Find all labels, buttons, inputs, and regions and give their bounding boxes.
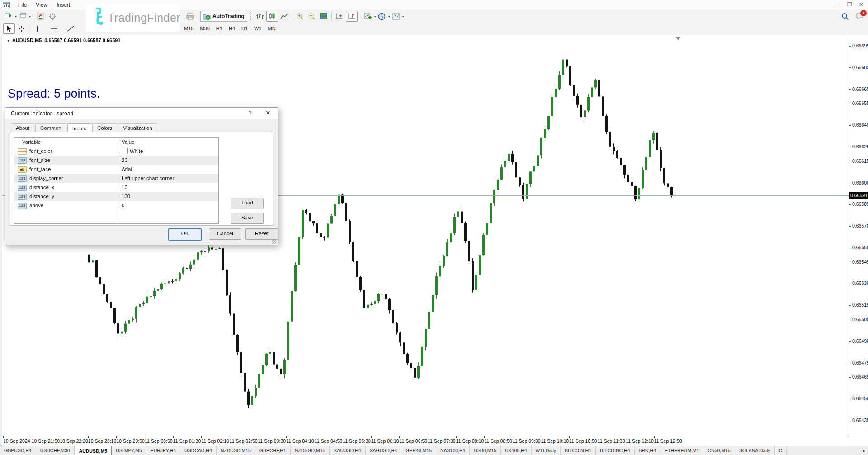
symbol-tab-uk100-h4[interactable]: UK100,H4: [501, 446, 531, 455]
autotrading-button[interactable]: AutoTrading: [200, 11, 248, 22]
tile-windows-button[interactable]: [318, 11, 329, 21]
symbol-tab-usdjpy-m5[interactable]: USDJPY,M5: [112, 446, 146, 455]
line-chart-type-button[interactable]: [279, 11, 290, 21]
timeframe-w1[interactable]: W1: [251, 25, 265, 32]
indicators-button[interactable]: [363, 11, 373, 21]
new-chart-caret[interactable]: ▾: [15, 14, 17, 19]
reset-button[interactable]: Reset: [245, 228, 278, 240]
symbol-tab-gbpchf-h1[interactable]: GBPCHF,H1: [255, 446, 291, 455]
templates-caret[interactable]: ▾: [402, 14, 404, 19]
candlestick-chart-type-button[interactable]: [266, 11, 278, 22]
symbol-tab-wti-daily[interactable]: WTI,Daily: [532, 446, 561, 455]
periods-button[interactable]: [377, 11, 387, 21]
symbol-tab-ethereum-m1[interactable]: ETHEREUM,M1: [660, 446, 703, 455]
symbol-tab-cn50-m15[interactable]: CN50,M15: [703, 446, 735, 455]
symbol-tab-usdchf-m30[interactable]: USDCHF,M30: [36, 446, 75, 455]
symbol-tab-bitcoin-h1[interactable]: BITCOIN,H1: [561, 446, 596, 455]
chart-shift-marker-icon[interactable]: [676, 37, 680, 40]
input-row-display_corner[interactable]: 123display_cornerLeft upper chart corner: [14, 174, 218, 183]
dialog-tab-common[interactable]: Common: [35, 123, 66, 132]
timeframe-h1[interactable]: H1: [213, 25, 226, 32]
save-button[interactable]: Save: [231, 213, 264, 224]
menu-file[interactable]: File: [14, 1, 31, 9]
new-order-icon[interactable]: [35, 11, 46, 21]
symbol-tab-xauusd-h4[interactable]: XAUUSD,H4: [330, 446, 365, 455]
restore-button[interactable]: ❐: [844, 0, 855, 9]
dialog-tab-colors[interactable]: Colors: [92, 123, 117, 132]
dialog-resize-grip[interactable]: [272, 239, 277, 244]
symbol-tab-bitcoinc-h4[interactable]: BITCOINC,H4: [596, 446, 635, 455]
print-button[interactable]: [185, 11, 196, 21]
minimize-button[interactable]: –: [832, 0, 844, 9]
indicators-caret[interactable]: ▾: [374, 14, 376, 19]
templates-button[interactable]: [391, 11, 401, 21]
symbol-tab-us30-m15[interactable]: US30,M15: [470, 446, 501, 455]
dialog-titlebar[interactable]: Custom Indicator - spread: [5, 108, 278, 119]
symbol-tab-audusd-m5[interactable]: AUDUSD,M5: [75, 446, 112, 455]
input-row-font_size[interactable]: 123font_size20: [14, 156, 218, 165]
timeframe-m30[interactable]: M30: [197, 25, 212, 32]
dialog-tab-about[interactable]: About: [11, 123, 34, 132]
variable-value[interactable]: 130: [122, 192, 130, 201]
symbol-tab-usdcad-h4[interactable]: USDCAD,H4: [180, 446, 217, 455]
input-row-font_face[interactable]: abfont_faceArial: [14, 165, 218, 174]
timeframe-h4[interactable]: H4: [226, 25, 238, 32]
timeframe-d1[interactable]: D1: [238, 25, 251, 32]
load-button[interactable]: Load: [231, 198, 264, 209]
variable-value[interactable]: White: [122, 147, 143, 156]
time-axis[interactable]: 10 Sep 202410 Sep 21:5010 Sep 22:3010 Se…: [2, 436, 849, 446]
input-row-above[interactable]: 123above0: [14, 201, 218, 210]
zoom-out-button[interactable]: [307, 11, 317, 21]
tabbar-scroll-right-button[interactable]: ▸: [860, 446, 868, 455]
input-row-font_color[interactable]: font_colorWhite: [14, 147, 218, 156]
cancel-button[interactable]: Cancel: [209, 228, 241, 240]
ok-button[interactable]: OK: [168, 228, 202, 241]
variable-value[interactable]: 0: [122, 201, 124, 210]
symbol-tab-solana-daily[interactable]: SOLANA,Daily: [735, 446, 775, 455]
close-button[interactable]: ✕: [855, 0, 867, 9]
symbol-tab-xagusd-h4[interactable]: XAGUSD,H4: [366, 446, 402, 455]
dialog-tab-inputs[interactable]: Inputs: [67, 123, 91, 133]
symbol-quote-line: ▼AUDUSD,M50.66587 0.66591 0.66587 0.6659…: [7, 38, 121, 43]
symbol-tab-ger40-m15[interactable]: GER40,M15: [401, 446, 436, 455]
menu-insert[interactable]: Insert: [52, 1, 75, 9]
notifications-icon[interactable]: 1: [855, 13, 863, 20]
profiles-button[interactable]: [17, 11, 28, 21]
symbol-tab-eurjpy-h4[interactable]: EURJPY,H4: [146, 446, 180, 455]
input-row-distance_x[interactable]: 123distance_x10: [14, 183, 218, 192]
timeframe-mn[interactable]: MN: [265, 25, 279, 32]
symbol-tab-c[interactable]: C: [775, 446, 787, 455]
horizontal-line-tool-button[interactable]: [48, 24, 59, 33]
dialog-tab-visualization[interactable]: Visualization: [118, 123, 157, 132]
variable-value[interactable]: Arial: [122, 165, 132, 174]
variable-value[interactable]: 20: [122, 156, 127, 165]
input-row-distance_y[interactable]: 123distance_y130: [14, 192, 218, 201]
dialog-help-button[interactable]: ?: [246, 109, 254, 116]
crosshair-cursor-button[interactable]: [16, 24, 27, 33]
variable-value[interactable]: Left upper chart corner: [122, 174, 174, 183]
auto-scroll-button[interactable]: [334, 11, 345, 21]
price-axis[interactable]: 0.666950.666800.666650.666550.666400.666…: [849, 35, 868, 436]
profiles-caret[interactable]: ▾: [29, 14, 31, 19]
periods-caret[interactable]: ▾: [388, 14, 390, 19]
symbol-tab-gbpusd-h4[interactable]: GBPUSD,H4: [0, 446, 36, 455]
cursor-tool-button[interactable]: [3, 23, 15, 34]
new-chart-button[interactable]: [3, 11, 14, 21]
chart-shift-button[interactable]: [346, 11, 358, 22]
crosshair-tool-icon[interactable]: [47, 11, 58, 21]
price-axis-label: 0.66615: [849, 158, 868, 164]
symbol-tab-nzdusd-m15[interactable]: NZDUSD,M15: [217, 446, 255, 455]
timeframe-m15[interactable]: M15: [181, 25, 197, 32]
zoom-in-button[interactable]: [295, 11, 306, 21]
symbol-tab-brn-h4[interactable]: BRN,H4: [635, 446, 661, 455]
symbol-tab-nas100-h1[interactable]: NAS100,H1: [436, 446, 470, 455]
dialog-close-icon[interactable]: ✕: [264, 109, 272, 116]
symbol-tab-nzdsgd-m15[interactable]: NZDSGD,M15: [291, 446, 330, 455]
menu-view[interactable]: View: [31, 1, 52, 9]
variable-value[interactable]: 10: [122, 183, 127, 192]
bar-chart-type-button[interactable]: [255, 11, 265, 21]
collapse-quote-icon[interactable]: ▼: [7, 39, 10, 43]
vertical-line-tool-button[interactable]: [32, 24, 42, 33]
search-icon[interactable]: [841, 13, 849, 20]
trendline-tool-button[interactable]: [65, 24, 76, 33]
